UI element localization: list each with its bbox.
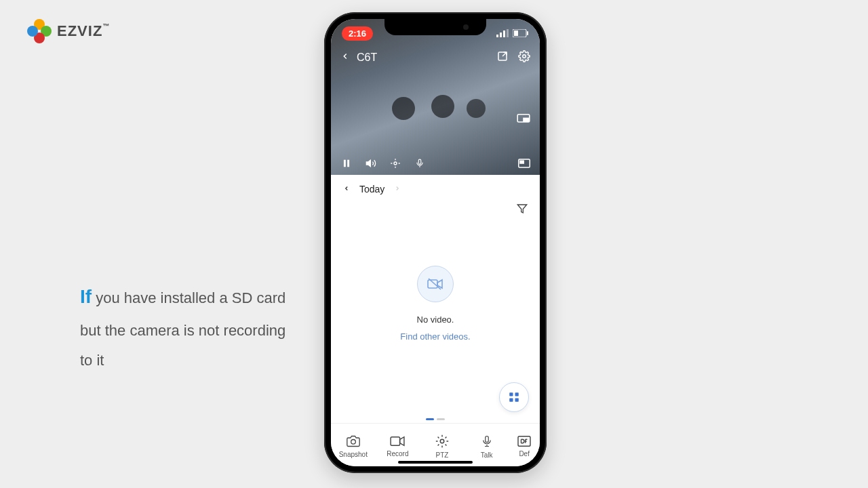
tab-definition[interactable]: Def [511, 435, 538, 458]
cellular-signal-icon [496, 29, 509, 37]
date-prev-button[interactable] [343, 183, 350, 195]
svg-rect-2 [503, 30, 505, 37]
svg-point-26 [351, 440, 355, 445]
tab-talk[interactable]: Talk [467, 434, 507, 459]
svg-marker-28 [400, 437, 404, 446]
tab-label: PTZ [436, 451, 449, 459]
filter-icon[interactable] [517, 203, 528, 217]
svg-marker-18 [517, 205, 526, 213]
settings-gear-icon[interactable] [518, 50, 530, 65]
svg-rect-24 [509, 399, 513, 402]
svg-point-29 [440, 439, 444, 443]
date-label[interactable]: Today [359, 184, 384, 195]
no-video-icon [417, 266, 454, 302]
svg-rect-1 [500, 33, 502, 37]
brand-logo: EZVIZ™ [27, 19, 110, 43]
video-topbar: C6T [331, 50, 540, 65]
tab-label: Snapshot [339, 451, 368, 458]
tab-record[interactable]: Record [377, 435, 418, 458]
phone-screen: 2:16 [331, 19, 540, 466]
svg-rect-10 [524, 118, 528, 121]
svg-rect-17 [520, 161, 524, 163]
svg-rect-23 [515, 392, 519, 396]
empty-title: No video. [417, 314, 454, 325]
playback-panel: Today No video. Find other videos. [331, 175, 540, 466]
svg-rect-11 [344, 160, 346, 167]
svg-rect-12 [347, 160, 349, 167]
date-next-button[interactable] [394, 183, 401, 195]
logo-mark-icon [27, 19, 52, 43]
phone-notch [384, 19, 486, 35]
page-indicator [426, 418, 445, 420]
caption-lead: If [80, 286, 92, 307]
caption-body: you have installed a SD card but the cam… [80, 289, 285, 369]
logo-text: EZVIZ™ [57, 22, 110, 40]
pip-icon[interactable] [517, 114, 530, 127]
bottom-tabbar: Snapshot Record PTZ Talk [331, 423, 540, 466]
video-controls [331, 157, 540, 169]
mic-icon[interactable] [414, 157, 426, 169]
back-icon[interactable] [340, 52, 350, 64]
fullscreen-icon[interactable] [518, 157, 530, 169]
svg-marker-13 [366, 160, 370, 166]
find-other-videos-link[interactable]: Find other videos. [400, 331, 470, 342]
svg-point-8 [523, 55, 526, 58]
sound-icon[interactable] [365, 157, 377, 169]
tab-label: Def [519, 450, 530, 458]
svg-rect-22 [509, 392, 513, 396]
tab-snapshot[interactable]: Snapshot [333, 434, 374, 458]
share-icon[interactable] [496, 50, 509, 65]
instruction-caption: If you have installed a SD card but the … [80, 278, 297, 375]
phone-frame: 2:16 [324, 12, 547, 473]
svg-rect-19 [428, 280, 437, 288]
ptz-control-icon[interactable] [389, 157, 401, 169]
svg-rect-27 [391, 437, 400, 446]
tab-ptz[interactable]: PTZ [422, 434, 462, 459]
svg-rect-6 [527, 31, 528, 35]
svg-rect-5 [514, 30, 518, 36]
svg-rect-15 [418, 159, 421, 164]
date-navigator: Today [331, 175, 540, 203]
svg-rect-0 [496, 35, 498, 37]
tab-label: Talk [481, 451, 493, 459]
recording-time-pill[interactable]: 2:16 [342, 26, 373, 41]
grid-view-fab[interactable] [499, 382, 529, 412]
device-title: C6T [357, 52, 377, 64]
home-indicator[interactable] [398, 461, 473, 464]
pause-icon[interactable] [340, 157, 353, 169]
svg-rect-3 [507, 29, 509, 37]
svg-rect-25 [515, 399, 519, 402]
battery-icon [513, 29, 529, 37]
svg-point-14 [394, 162, 397, 165]
tab-label: Record [387, 450, 408, 458]
svg-rect-30 [485, 436, 488, 443]
